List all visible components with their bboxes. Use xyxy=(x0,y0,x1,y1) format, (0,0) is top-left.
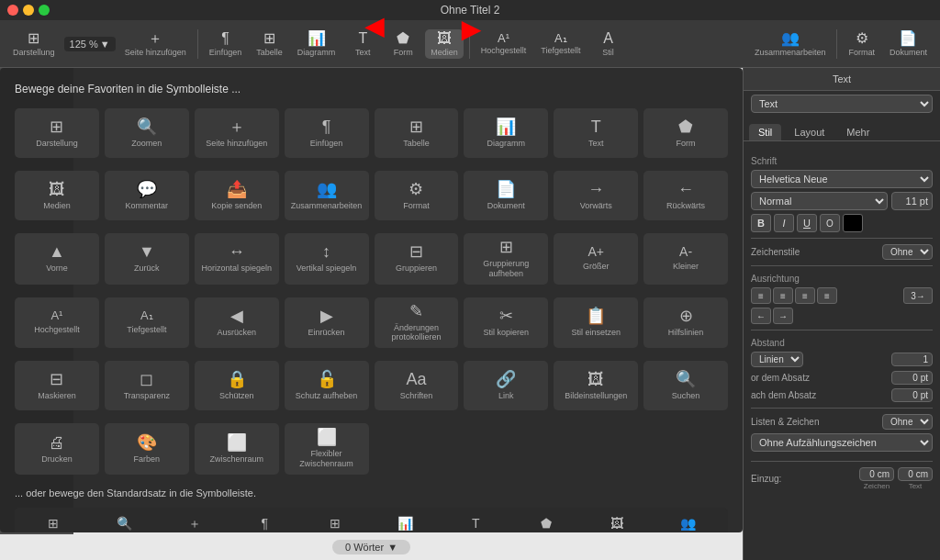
bold-button[interactable]: B xyxy=(751,214,771,232)
icon-cell-suchen[interactable]: 🔍 Suchen xyxy=(643,361,728,410)
mini-tb-medien[interactable]: 🖼 Medien xyxy=(583,513,650,532)
toolbar-item-darstellung[interactable]: ⊞ Darstellung xyxy=(7,29,61,59)
icon-cell-kommentar[interactable]: 💬 Kommentar xyxy=(105,171,189,220)
icon-cell-zusammenarbeiten[interactable]: 👥 Zusammenarbeiten xyxy=(285,171,369,220)
underline-button[interactable]: U xyxy=(797,214,817,232)
mini-tb-zoomen[interactable]: 🔍 Zoomen xyxy=(91,513,158,532)
icon-cell-zoomen[interactable]: 🔍 Zoomen xyxy=(105,108,189,158)
icon-cell-schutz-aufheben[interactable]: 🔓 Schutz aufheben xyxy=(285,361,369,410)
strikethrough-button[interactable]: O xyxy=(820,214,840,232)
icon-cell-stil-kopieren[interactable]: ✂ Stil kopieren xyxy=(464,297,548,349)
toolbar-item-format[interactable]: ⚙ Format xyxy=(843,29,880,59)
toolbar-item-diagramm[interactable]: 📊 Diagramm xyxy=(292,29,341,59)
mini-tb-text[interactable]: T Text xyxy=(442,513,509,532)
icon-cell-transparenz[interactable]: ◻ Transparenz xyxy=(105,361,189,410)
icon-cell-bildeinstellungen[interactable]: 🖼 Bildeinstellungen xyxy=(554,361,638,410)
align-left-button[interactable]: ≡ xyxy=(751,287,771,304)
toolbar-item-tabelle[interactable]: ⊞ Tabelle xyxy=(251,29,288,59)
icon-cell-kopie[interactable]: 📤 Kopie senden xyxy=(195,171,279,220)
zeichenstile-select[interactable]: Ohne xyxy=(882,244,933,260)
fullscreen-button[interactable] xyxy=(39,5,50,16)
icon-cell-groesser[interactable]: A+ Größer xyxy=(554,233,638,285)
font-name-select[interactable]: Helvetica Neue xyxy=(751,170,933,188)
icon-cell-schriften[interactable]: Aa Schriften xyxy=(375,361,459,410)
icon-cell-seite[interactable]: ＋ Seite hinzufügen xyxy=(195,108,279,158)
toolbar-item-form[interactable]: ⬟ Form xyxy=(385,29,421,59)
icon-cell-ausruecken[interactable]: ◀ Ausrücken xyxy=(195,297,279,349)
tab-mehr[interactable]: Mehr xyxy=(837,124,878,140)
mini-tb-zusammenarbeiten[interactable]: 👥 Zusammenarbeiten xyxy=(654,513,722,532)
toolbar-zoom[interactable]: 125 % ▼ xyxy=(64,37,116,51)
mini-tb-form[interactable]: ⬟ Form xyxy=(513,513,580,532)
icon-cell-rueckwaerts[interactable]: ← Rückwärts xyxy=(643,171,728,220)
align-center-button[interactable]: ≡ xyxy=(773,287,793,304)
close-button[interactable] xyxy=(7,5,18,16)
align-justify-button[interactable]: ≡ xyxy=(817,287,837,304)
icon-cell-maskieren[interactable]: ⊟ Maskieren xyxy=(15,361,99,410)
icon-cell-tiefgestellt[interactable]: A₁ Tiefgestellt xyxy=(105,297,189,349)
icon-cell-flexibler-zwischenraum[interactable]: ⬜ Flexibler Zwischenraum xyxy=(285,423,369,475)
icon-cell-gruppierung-aufheben[interactable]: ⊞ Gruppierung aufheben xyxy=(464,233,548,285)
nach-absatz-input[interactable] xyxy=(891,388,933,402)
tab-stil[interactable]: Stil xyxy=(749,124,781,140)
align-right-button[interactable]: ≡ xyxy=(795,287,815,304)
indent-left-button[interactable]: ← xyxy=(751,308,771,324)
icon-cell-gruppieren[interactable]: ⊟ Gruppieren xyxy=(375,233,459,285)
minimize-button[interactable] xyxy=(23,5,34,16)
icon-cell-farben[interactable]: 🎨 Farben xyxy=(105,423,189,475)
toolbar-item-einfuegen[interactable]: ¶ Einfügen xyxy=(204,29,248,59)
text-direction-button[interactable]: 3→ xyxy=(903,287,933,304)
icon-cell-diagramm[interactable]: 📊 Diagramm xyxy=(464,108,548,158)
icon-cell-zwischenraum[interactable]: ⬜ Zwischenraum xyxy=(195,423,279,475)
einzug-zeichen-input[interactable] xyxy=(859,467,894,481)
font-style-select[interactable]: Normal Fett Kursiv xyxy=(751,192,888,210)
text-style-dropdown[interactable]: Text Überschrift xyxy=(751,95,933,113)
icon-cell-h-spiegeln[interactable]: ↔ Horizontal spiegeln xyxy=(195,233,279,285)
toolbar-item-stil[interactable]: A Stil xyxy=(590,29,627,59)
tab-layout[interactable]: Layout xyxy=(785,124,834,140)
color-swatch[interactable] xyxy=(843,214,863,232)
toolbar-item-zusammenarbeiten[interactable]: 👥 Zusammenarbeiten xyxy=(749,29,832,59)
toolbar-item-text[interactable]: T Text xyxy=(344,29,381,59)
icon-cell-zurueck[interactable]: ▼ Zurück xyxy=(105,233,189,285)
icon-cell-v-spiegeln[interactable]: ↕ Vertikal spiegeln xyxy=(285,233,369,285)
icon-cell-dokument[interactable]: 📄 Dokument xyxy=(464,171,548,220)
icon-cell-hilfslinien[interactable]: ⊕ Hilfslinien xyxy=(643,297,728,349)
icon-cell-einruecken[interactable]: ▶ Einrücken xyxy=(285,297,369,349)
mini-tb-tabelle[interactable]: ⊞ Tabelle xyxy=(302,513,369,532)
icon-cell-hochgestellt[interactable]: A¹ Hochgestellt xyxy=(15,297,99,349)
linien-select[interactable]: Linien xyxy=(751,352,803,367)
icon-cell-vorwaerts[interactable]: → Vorwärts xyxy=(554,171,638,220)
icon-cell-einfuegen[interactable]: ¶ Einfügen xyxy=(285,108,369,158)
icon-cell-tabelle[interactable]: ⊞ Tabelle xyxy=(375,108,459,158)
mini-tb-darstellung[interactable]: ⊞ Darstellung xyxy=(20,513,87,532)
indent-right-button[interactable]: → xyxy=(773,308,793,324)
icon-cell-format[interactable]: ⚙ Format xyxy=(375,171,459,220)
icon-cell-kleiner[interactable]: A- Kleiner xyxy=(643,233,728,285)
aufzaehlung-select[interactable]: Ohne Aufzählungszeichen xyxy=(751,433,933,452)
toolbar-item-seite[interactable]: ＋ Seite hinzufügen xyxy=(119,29,192,59)
icon-cell-form[interactable]: ⬟ Form xyxy=(643,108,728,158)
icon-cell-drucken[interactable]: 🖨 Drucken xyxy=(15,423,99,475)
listen-select[interactable]: Ohne xyxy=(882,414,933,430)
font-size-input[interactable] xyxy=(891,192,933,210)
linien-value-input[interactable] xyxy=(891,353,933,366)
icon-cell-medien[interactable]: 🖼 Medien xyxy=(15,171,99,220)
toolbar-item-tiefgestellt[interactable]: A₁ Tiefgestellt xyxy=(535,30,586,57)
icon-cell-aenderungen[interactable]: ✎ Änderungen protokollieren xyxy=(375,297,459,349)
icon-cell-vorne[interactable]: ▲ Vorne xyxy=(15,233,99,285)
icon-cell-darstellung[interactable]: ⊞ Darstellung xyxy=(15,108,99,158)
italic-button[interactable]: I xyxy=(774,214,794,232)
toolbar-item-dokument[interactable]: 📄 Dokument xyxy=(884,29,933,59)
toolbar-item-hochgestellt[interactable]: A¹ Hochgestellt xyxy=(476,30,532,57)
mini-tb-einfuegen[interactable]: ¶ Einfügen xyxy=(231,513,298,532)
icon-cell-stil-einsetzen[interactable]: 📋 Stil einsetzen xyxy=(554,297,638,349)
icon-cell-link[interactable]: 🔗 Link xyxy=(464,361,548,410)
einzug-text-input[interactable] xyxy=(898,467,933,481)
vor-absatz-input[interactable] xyxy=(891,371,933,385)
mini-tb-diagramm[interactable]: 📊 Diagramm xyxy=(372,513,439,532)
mini-tb-seite[interactable]: ＋ Seite hinzufügen xyxy=(161,513,228,532)
icon-cell-text[interactable]: T Text xyxy=(554,108,638,158)
toolbar-item-medien[interactable]: 🖼 Medien xyxy=(425,29,464,59)
icon-cell-schuetzen[interactable]: 🔒 Schützen xyxy=(195,361,279,410)
